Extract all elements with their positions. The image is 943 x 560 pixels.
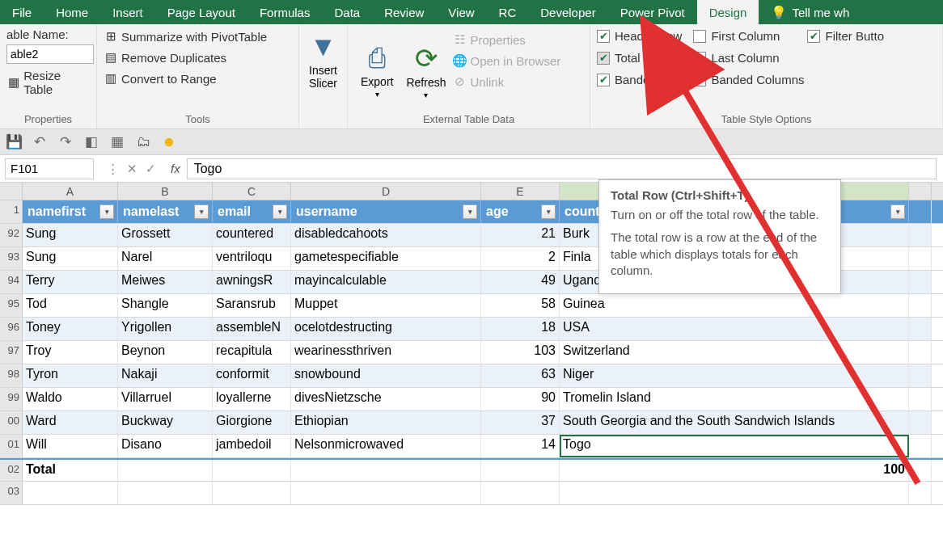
row-header[interactable]: 95 [0,294,23,317]
qat-btn-4[interactable]: ◧ [82,133,100,151]
cell[interactable]: Yrigollen [118,318,213,340]
last-col-checkbox[interactable]: Last Column [693,49,804,66]
row-header[interactable]: 98 [0,364,23,387]
cell[interactable]: Sung [23,247,118,270]
tab-design[interactable]: Design [697,0,759,24]
row-header[interactable]: 01 [0,435,23,457]
cell[interactable]: awningsR [213,271,291,293]
qat-smiley[interactable]: ☻ [160,133,178,151]
filter-icon[interactable]: ▾ [463,204,477,219]
cell[interactable]: 2 [481,247,560,270]
cell[interactable]: 21 [481,224,560,246]
cancel-icon[interactable]: ✕ [127,162,137,176]
row-header[interactable]: 96 [0,318,23,340]
total-label-cell[interactable]: Total [23,460,118,481]
tab-home[interactable]: Home [44,0,100,24]
cell[interactable]: Muppet [291,294,481,317]
filter-icon[interactable]: ▾ [890,204,905,219]
cell[interactable]: mayincalculable [291,271,481,293]
cell[interactable]: Meiwes [118,271,213,293]
cell[interactable]: Niger [560,364,909,387]
filter-icon[interactable]: ▾ [194,204,209,219]
filter-icon[interactable]: ▾ [541,204,556,219]
cell[interactable]: Ethiopian [291,411,481,434]
cell[interactable]: 37 [481,411,560,434]
col-header-last[interactable] [909,183,932,200]
col-header-B[interactable]: B [118,183,213,200]
row-header[interactable]: 1 [0,200,23,223]
cell[interactable]: Giorgione [213,411,291,434]
fx-icon[interactable]: fx [164,162,187,175]
row-header[interactable]: 99 [0,388,23,411]
tab-view[interactable]: View [436,0,486,24]
redo-button[interactable]: ↷ [57,133,74,151]
total-row-checkbox[interactable]: Total Row [597,49,690,66]
cell[interactable]: Buckway [118,411,213,434]
resize-table-button[interactable]: ▦ Resize Table [6,67,90,98]
cell[interactable]: Tod [23,294,118,317]
insert-slicer-button[interactable]: ▼ Insert Slicer [302,27,344,93]
tab-review[interactable]: Review [372,0,436,24]
cell[interactable]: recapitula [213,341,291,364]
cell[interactable]: Tyron [23,364,118,387]
cell[interactable]: ocelotdestructing [291,318,481,340]
col-header-C[interactable]: C [213,183,291,200]
qat-btn-6[interactable]: 🗂 [134,133,152,151]
row-header[interactable]: 94 [0,271,23,293]
cell[interactable]: 103 [481,341,560,364]
cell[interactable]: Beynon [118,341,213,364]
cell[interactable]: gametespecifiable [291,247,481,270]
tab-rc[interactable]: RC [487,0,529,24]
row-header[interactable]: 93 [0,247,23,270]
cell[interactable]: assembleN [213,318,291,340]
cell[interactable]: Terry [23,271,118,293]
cell[interactable]: ventriloqu [213,247,291,270]
tab-developer[interactable]: Developer [528,0,607,24]
name-box[interactable] [5,158,94,179]
row-header[interactable]: 02 [0,460,23,481]
cell[interactable]: divesNietzsche [291,388,481,411]
cell[interactable]: Ward [23,411,118,434]
col-header-A[interactable]: A [23,183,118,200]
th-age[interactable]: age▾ [481,200,560,223]
tab-power-pivot[interactable]: Power Pivot [608,0,697,24]
save-button[interactable]: 💾 [5,133,23,151]
cell[interactable]: Will [23,435,118,457]
th-email[interactable]: email▾ [213,200,291,223]
th-namelast[interactable]: namelast▾ [118,200,213,223]
tab-insert[interactable]: Insert [100,0,155,24]
header-row-checkbox[interactable]: Header Row [597,27,690,44]
banded-cols-checkbox[interactable]: Banded Columns [693,71,804,88]
row-header[interactable]: 03 [0,482,23,504]
tab-formulas[interactable]: Formulas [247,0,323,24]
cell[interactable]: Toney [23,318,118,340]
cell[interactable]: conformit [213,364,291,387]
convert-range-button[interactable]: ▥ Convert to Range [104,69,292,87]
select-all-corner[interactable] [0,183,23,200]
qat-btn-5[interactable]: ▦ [108,133,126,151]
row-header[interactable]: 92 [0,224,23,246]
cell[interactable]: Disano [118,435,213,457]
cell[interactable]: Troy [23,341,118,364]
cell[interactable]: Waldo [23,388,118,411]
undo-button[interactable]: ↶ [31,133,49,151]
filter-button-checkbox[interactable]: Filter Butto [807,27,884,44]
banded-rows-checkbox[interactable]: Banded Rows [597,71,690,88]
cell[interactable]: 49 [481,271,560,293]
total-value-cell[interactable]: 100 [560,460,909,481]
remove-duplicates-button[interactable]: ▤ Remove Duplicates [104,48,292,66]
refresh-button[interactable]: ⟳ Refresh ▾ [400,27,452,113]
dropdown-icon[interactable]: ⋮ [107,162,119,176]
cell[interactable]: Togo [560,435,909,457]
cell[interactable]: countered [213,224,291,246]
cell[interactable]: USA [560,318,909,340]
summarize-pivot-button[interactable]: ⊞ Summarize with PivotTable [104,27,292,45]
cell[interactable]: Shangle [118,294,213,317]
cell[interactable]: South Georgia and the South Sandwich Isl… [560,411,909,434]
tab-data[interactable]: Data [322,0,372,24]
confirm-icon[interactable]: ✓ [146,162,156,176]
cell[interactable]: Nakaji [118,364,213,387]
cell[interactable]: Nelsonmicrowaved [291,435,481,457]
cell[interactable]: disabledcahoots [291,224,481,246]
first-col-checkbox[interactable]: First Column [693,27,804,44]
